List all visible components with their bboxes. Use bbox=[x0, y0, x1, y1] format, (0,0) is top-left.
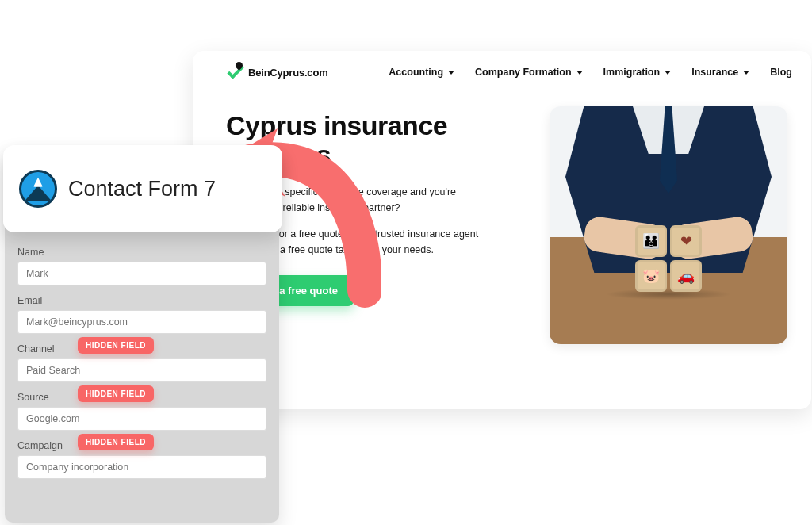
nav-label: Insurance bbox=[691, 67, 738, 78]
site-header: BeinCyprus.com Accounting Company Format… bbox=[193, 51, 811, 89]
chevron-down-icon bbox=[665, 71, 671, 75]
contact-form-panel: Contact Form 7 Name Email HIDDEN FIELD C… bbox=[5, 150, 279, 523]
channel-input[interactable] bbox=[17, 358, 266, 382]
chevron-down-icon bbox=[576, 71, 583, 75]
chevron-down-icon bbox=[743, 71, 749, 75]
hero-image: 👪 ❤ 🐷 🚗 bbox=[550, 106, 787, 344]
form-app-title: Contact Form 7 bbox=[68, 177, 216, 201]
name-input[interactable] bbox=[17, 262, 266, 285]
hidden-field-badge: HIDDEN FIELD bbox=[78, 434, 154, 450]
nav-insurance[interactable]: Insurance bbox=[691, 67, 749, 78]
nav-immigration[interactable]: Immigration bbox=[603, 67, 672, 78]
campaign-input[interactable] bbox=[17, 455, 266, 479]
form-app-header: Contact Form 7 bbox=[3, 145, 282, 232]
logo-mark-icon bbox=[226, 63, 243, 81]
site-logo[interactable]: BeinCyprus.com bbox=[226, 63, 328, 81]
nav-label: Accounting bbox=[389, 67, 443, 78]
contact-form-7-logo-icon bbox=[19, 170, 57, 208]
email-input[interactable] bbox=[17, 310, 266, 334]
hero: Cyprus insurance services Do you need sp… bbox=[193, 89, 811, 344]
logo-text: BeinCyprus.com bbox=[248, 67, 328, 79]
field-name: Name bbox=[17, 247, 266, 285]
family-icon: 👪 bbox=[635, 225, 667, 257]
car-icon: 🚗 bbox=[670, 260, 702, 292]
website-screenshot: BeinCyprus.com Accounting Company Format… bbox=[193, 51, 811, 409]
field-source: HIDDEN FIELD Source bbox=[17, 392, 266, 431]
field-label: Email bbox=[17, 295, 266, 306]
nav-label: Immigration bbox=[603, 67, 661, 78]
source-input[interactable] bbox=[17, 407, 266, 431]
nav-accounting[interactable]: Accounting bbox=[389, 67, 454, 78]
hidden-field-badge: HIDDEN FIELD bbox=[78, 337, 154, 354]
field-label: Name bbox=[17, 247, 266, 258]
nav-label: Company Formation bbox=[475, 67, 572, 78]
field-channel: HIDDEN FIELD Channel bbox=[17, 343, 266, 382]
nav-label: Blog bbox=[770, 67, 792, 78]
nav-blog[interactable]: Blog bbox=[770, 67, 792, 78]
heartbeat-icon: ❤ bbox=[670, 225, 702, 257]
form-body: Name Email HIDDEN FIELD Channel HIDDEN F… bbox=[17, 247, 266, 489]
nav-company-formation[interactable]: Company Formation bbox=[475, 67, 583, 78]
piggybank-icon: 🐷 bbox=[635, 260, 667, 292]
hidden-field-badge: HIDDEN FIELD bbox=[78, 385, 154, 402]
field-campaign: HIDDEN FIELD Campaign bbox=[17, 440, 266, 479]
chevron-down-icon bbox=[448, 71, 454, 75]
primary-nav: Accounting Company Formation Immigration… bbox=[389, 67, 792, 78]
field-email: Email bbox=[17, 295, 266, 334]
